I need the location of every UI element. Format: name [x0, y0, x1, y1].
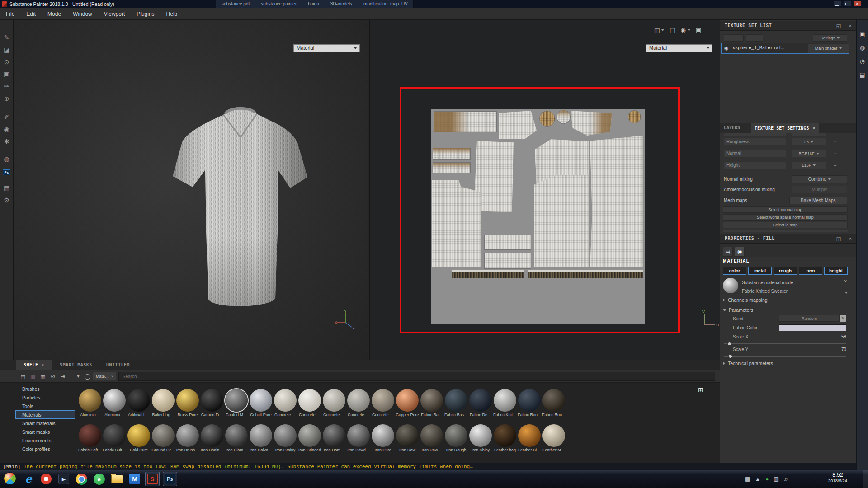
tray-printer-icon[interactable]: ▤	[745, 475, 750, 483]
camera-icon[interactable]: ◉	[681, 27, 690, 33]
popout-icon[interactable]: ◱	[834, 234, 843, 244]
s-app-icon[interactable]: S	[146, 473, 159, 485]
shelf-category[interactable]: Smart masks	[15, 427, 75, 436]
photoshop-plugin-icon[interactable]: Ps	[0, 165, 14, 178]
material-item[interactable]: Leather Bi…	[517, 424, 542, 452]
sidebar-tool-icon[interactable]: ◷	[860, 58, 865, 65]
tab-smart-masks[interactable]: SMART MASKS	[53, 360, 99, 370]
material-item[interactable]: Concrete …	[371, 389, 395, 417]
texture-set-toolbar-button[interactable]	[724, 34, 744, 42]
menu-item[interactable]: Mode	[42, 8, 67, 19]
material-item[interactable]: Iron Galva…	[249, 424, 273, 452]
settings-button[interactable]: Settings	[813, 34, 847, 42]
media-player-icon[interactable]: ▶	[57, 473, 70, 485]
channel-toggle-button[interactable]: rough	[774, 267, 797, 275]
material-item[interactable]: Fabric Ba…	[420, 389, 444, 417]
material-item[interactable]: Aluminiu…	[102, 389, 127, 417]
material-item[interactable]: Gold Pure	[127, 424, 151, 452]
shelf-category[interactable]: Environments	[15, 436, 75, 445]
new-folder-icon[interactable]: ▥	[29, 370, 37, 383]
shader-dropdown[interactable]: Main shader	[808, 44, 849, 53]
shelf-category[interactable]: Tools	[15, 402, 75, 410]
material-item[interactable]: Leather M…	[542, 424, 566, 452]
particles-tool-icon[interactable]: ◉	[0, 123, 14, 136]
material-dropdown-2d[interactable]: Material	[646, 44, 712, 52]
brush-tool-icon[interactable]: ✎	[0, 32, 14, 44]
tab-untitled[interactable]: UNTITLED	[100, 360, 136, 370]
material-item[interactable]: Iron Shiny	[468, 424, 493, 452]
projection-tool-icon[interactable]: ⊙	[0, 56, 14, 68]
material-item[interactable]: Iron Brush…	[175, 424, 200, 452]
green-browser-icon[interactable]: e	[93, 473, 105, 485]
material-item[interactable]: Concrete …	[322, 389, 346, 417]
close-icon[interactable]: ×	[42, 360, 45, 370]
viewport-3d[interactable]: Material Y X z	[14, 20, 368, 360]
eraser-tool-icon[interactable]: ◪	[0, 44, 14, 56]
tab-shelf[interactable]: SHELF×	[16, 360, 52, 370]
menu-item[interactable]: File	[0, 8, 20, 19]
tab-layers[interactable]: LAYERS	[724, 123, 740, 133]
channel-name-button[interactable]: Normal	[724, 150, 786, 157]
settings-tool-icon[interactable]: ⚙	[0, 194, 14, 206]
remove-channel-button[interactable]: −	[832, 150, 838, 157]
sidebar-tool-icon[interactable]: ◍	[860, 44, 865, 51]
texture-set-row[interactable]: ◉ xsphere_1_Material… Main shader	[721, 43, 849, 54]
export-icon[interactable]: ⇥	[59, 370, 67, 383]
menu-item[interactable]: Edit	[20, 8, 42, 19]
material-picker-tool-icon[interactable]: ✐	[0, 111, 14, 123]
display-mode-icon[interactable]: ◫	[654, 27, 664, 33]
polygon-fill-tool-icon[interactable]: ▣	[0, 68, 14, 80]
material-item[interactable]: Iron Grinded	[297, 424, 322, 452]
material-mode-icon[interactable]: ◉	[735, 247, 745, 257]
red-app-icon[interactable]	[40, 473, 52, 485]
texture-set-toolbar-button[interactable]	[746, 34, 763, 42]
parameters-group[interactable]: Parameters	[723, 307, 753, 313]
hide-icon[interactable]: ⊘	[49, 370, 57, 383]
remove-channel-button[interactable]: −	[832, 162, 838, 169]
material-item[interactable]: Iron Diam…	[224, 424, 249, 452]
remove-channel-button[interactable]: −	[832, 138, 838, 145]
browser-tab[interactable]: 3D-models	[325, 0, 358, 8]
material-item[interactable]: Fabric Knit…	[493, 389, 517, 417]
taskbar-clock[interactable]: 8:52 2018/5/24	[819, 472, 856, 483]
explorer-folder-icon[interactable]	[111, 473, 123, 485]
scale-x-slider-knob[interactable]	[727, 342, 731, 346]
channel-toggle-button[interactable]: metal	[748, 267, 772, 275]
tray-network-icon[interactable]: ▥	[774, 475, 778, 483]
close-icon[interactable]: ×	[846, 234, 855, 244]
material-dropdown-3d[interactable]: Material	[293, 44, 360, 52]
material-item[interactable]: Fabric Suit…	[102, 424, 127, 452]
material-item[interactable]: Carbon Fi…	[200, 389, 224, 417]
import-resources-icon[interactable]: ▦	[39, 370, 47, 383]
tab-texture-set-settings[interactable]: TEXTURE SET SETTINGS×	[751, 123, 819, 133]
channel-format-dropdown[interactable]: L16F	[792, 162, 826, 169]
material-item[interactable]: Baked Lig…	[151, 389, 175, 417]
channels-mapping-group[interactable]: Channels mapping	[723, 297, 768, 303]
filter-shape-icon[interactable]: ◯	[83, 370, 91, 383]
material-item[interactable]: Fabric Rou…	[517, 389, 542, 417]
browser-tab[interactable]: modification_map_UV	[358, 0, 414, 8]
browser-tab[interactable]: substance pdf	[216, 0, 255, 8]
material-item[interactable]: Concrete …	[346, 389, 371, 417]
material-item[interactable]: Artificial L…	[127, 389, 151, 417]
channel-name-button[interactable]: Roughness	[724, 138, 786, 145]
material-preview-sphere[interactable]	[723, 278, 738, 293]
material-item[interactable]: Iron Pure	[371, 424, 395, 452]
material-item[interactable]: Fabric Soft…	[78, 424, 102, 452]
effects-tool-icon[interactable]: ✱	[0, 136, 14, 148]
material-item[interactable]: Leather bag	[493, 424, 517, 452]
smudge-tool-icon[interactable]: ✏	[0, 80, 14, 93]
scale-y-slider[interactable]	[724, 356, 846, 357]
material-item[interactable]: Fabric Bas…	[444, 389, 468, 417]
channel-format-dropdown[interactable]: RGB16F	[792, 150, 826, 157]
seed-random-button[interactable]: Random	[779, 315, 840, 322]
close-button[interactable]: ×	[853, 1, 861, 7]
menu-item[interactable]: Plugins	[131, 8, 160, 19]
menu-item[interactable]: Help	[160, 8, 184, 19]
grid-view-icon[interactable]: ⊞	[698, 386, 703, 394]
sidebar-tool-icon[interactable]: ▤	[859, 71, 865, 78]
sidebar-tool-icon[interactable]: ▣	[859, 31, 865, 38]
close-icon[interactable]: ×	[812, 126, 815, 131]
normal-mixing-dropdown[interactable]: Combine	[792, 175, 847, 183]
texture-view-tool-icon[interactable]: ▦	[0, 182, 14, 194]
